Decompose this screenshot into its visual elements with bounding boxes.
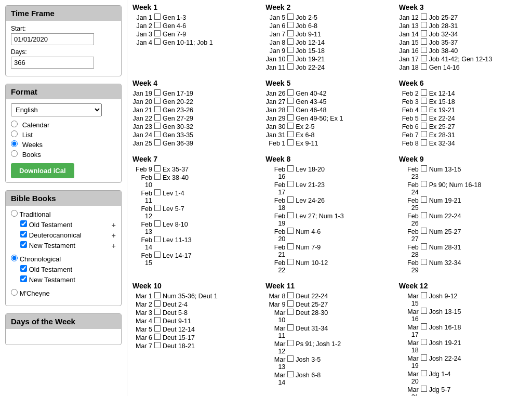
- reading-checkbox[interactable]: [154, 205, 161, 211]
- reading-checkbox[interactable]: [421, 98, 427, 104]
- reading-checkbox[interactable]: [154, 14, 161, 20]
- reading-checkbox[interactable]: [154, 309, 161, 315]
- reading-checkbox[interactable]: [421, 14, 427, 20]
- reading-checkbox[interactable]: [154, 317, 161, 323]
- reading-checkbox[interactable]: [287, 139, 294, 146]
- reading-checkbox[interactable]: [154, 139, 161, 146]
- reading-checkbox[interactable]: [154, 89, 161, 96]
- reading-text: Lev 11-13: [163, 236, 260, 244]
- week-title: Week 2: [265, 3, 393, 11]
- reading-checkbox[interactable]: [287, 55, 294, 61]
- traditional-radio[interactable]: Traditional: [11, 210, 116, 218]
- reading-checkbox[interactable]: [421, 139, 427, 146]
- reading-checkbox[interactable]: [154, 30, 161, 36]
- reading-checkbox[interactable]: [287, 181, 294, 187]
- reading-checkbox[interactable]: [421, 308, 427, 314]
- reading-checkbox[interactable]: [287, 63, 294, 70]
- reading-checkbox[interactable]: [287, 340, 294, 346]
- time-frame-title: Time Frame: [6, 6, 121, 21]
- reading-checkbox[interactable]: [287, 243, 294, 249]
- reading-checkbox[interactable]: [287, 89, 294, 96]
- reading-checkbox[interactable]: [154, 106, 161, 112]
- reading-checkbox[interactable]: [154, 325, 161, 332]
- old-testament-plus[interactable]: +: [112, 221, 116, 229]
- reading-checkbox[interactable]: [154, 220, 161, 227]
- reading-checkbox[interactable]: [287, 106, 294, 112]
- reading-checkbox[interactable]: [421, 181, 427, 187]
- download-ical-button[interactable]: Download iCal: [11, 163, 74, 178]
- reading-checkbox[interactable]: [154, 165, 161, 171]
- reading-checkbox[interactable]: [287, 30, 294, 36]
- reading-checkbox[interactable]: [287, 196, 294, 203]
- reading-checkbox[interactable]: [154, 252, 161, 258]
- reading-checkbox[interactable]: [154, 123, 161, 129]
- radio-list[interactable]: List: [11, 130, 116, 139]
- reading-checkbox[interactable]: [154, 114, 161, 121]
- reading-checkbox[interactable]: [287, 22, 294, 28]
- reading-checkbox[interactable]: [421, 354, 427, 361]
- reading-checkbox[interactable]: [154, 38, 161, 45]
- reading-checkbox[interactable]: [154, 342, 161, 348]
- reading-checkbox[interactable]: [287, 228, 294, 234]
- reading-checkbox[interactable]: [421, 165, 427, 171]
- mcheyne-radio[interactable]: M'Cheyne: [11, 289, 116, 297]
- day-label: Feb 2: [399, 90, 419, 97]
- reading-checkbox[interactable]: [287, 292, 294, 298]
- reading-checkbox[interactable]: [287, 98, 294, 104]
- chronological-radio[interactable]: Chronological: [11, 255, 116, 263]
- radio-calendar[interactable]: Calendar: [11, 121, 116, 129]
- radio-weeks[interactable]: Weeks: [11, 140, 116, 149]
- reading-checkbox[interactable]: [287, 355, 294, 362]
- new-testament-plus[interactable]: +: [112, 242, 116, 250]
- reading-checkbox[interactable]: [421, 106, 427, 112]
- reading-checkbox[interactable]: [287, 14, 294, 20]
- reading-checkbox[interactable]: [421, 259, 427, 265]
- reading-checkbox[interactable]: [154, 334, 161, 340]
- reading-checkbox[interactable]: [421, 196, 427, 203]
- reading-checkbox[interactable]: [421, 30, 427, 36]
- reading-checkbox[interactable]: [287, 165, 294, 171]
- reading-checkbox[interactable]: [421, 63, 427, 70]
- reading-checkbox[interactable]: [421, 386, 427, 392]
- reading-checkbox[interactable]: [421, 131, 427, 137]
- reading-checkbox[interactable]: [154, 300, 161, 307]
- reading-checkbox[interactable]: [154, 22, 161, 28]
- reading-checkbox[interactable]: [154, 292, 161, 298]
- reading-checkbox[interactable]: [421, 323, 427, 329]
- start-input[interactable]: [11, 33, 94, 45]
- days-input[interactable]: [11, 57, 94, 69]
- reading-checkbox[interactable]: [287, 259, 294, 265]
- radio-books[interactable]: Books: [11, 150, 116, 159]
- reading-checkbox[interactable]: [287, 114, 294, 121]
- reading-checkbox[interactable]: [287, 212, 294, 218]
- reading-checkbox[interactable]: [421, 370, 427, 376]
- reading-checkbox[interactable]: [287, 47, 294, 53]
- reading-checkbox[interactable]: [287, 38, 294, 45]
- reading-checkbox[interactable]: [421, 212, 427, 218]
- language-select[interactable]: English Spanish French German: [11, 103, 102, 116]
- reading-checkbox[interactable]: [421, 114, 427, 121]
- reading-checkbox[interactable]: [287, 371, 294, 377]
- reading-checkbox[interactable]: [154, 189, 161, 195]
- reading-checkbox[interactable]: [287, 123, 294, 129]
- reading-checkbox[interactable]: [421, 89, 427, 96]
- reading-checkbox[interactable]: [421, 47, 427, 53]
- reading-checkbox[interactable]: [287, 300, 294, 307]
- reading-text: Job 28-31: [429, 22, 527, 30]
- reading-checkbox[interactable]: [154, 174, 161, 180]
- reading-checkbox[interactable]: [287, 324, 294, 331]
- reading-checkbox[interactable]: [154, 236, 161, 242]
- reading-checkbox[interactable]: [421, 339, 427, 345]
- reading-checkbox[interactable]: [421, 228, 427, 234]
- deuterocanonical-plus[interactable]: +: [112, 231, 116, 240]
- reading-checkbox[interactable]: [421, 55, 427, 61]
- reading-checkbox[interactable]: [421, 292, 427, 298]
- reading-checkbox[interactable]: [287, 309, 294, 315]
- reading-checkbox[interactable]: [287, 131, 294, 137]
- reading-checkbox[interactable]: [154, 131, 161, 137]
- reading-checkbox[interactable]: [421, 22, 427, 28]
- reading-checkbox[interactable]: [421, 243, 427, 249]
- reading-checkbox[interactable]: [421, 123, 427, 129]
- reading-checkbox[interactable]: [154, 98, 161, 104]
- reading-checkbox[interactable]: [421, 38, 427, 45]
